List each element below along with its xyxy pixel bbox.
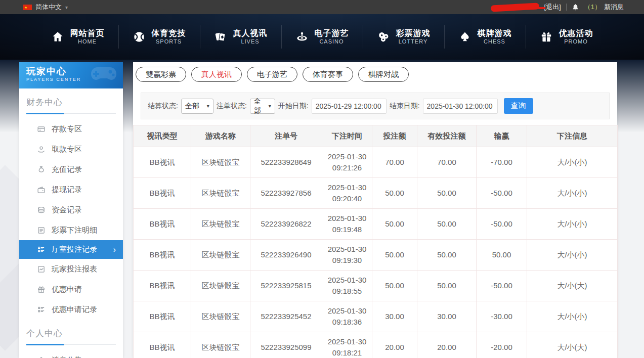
language-label: 简体中文: [35, 3, 62, 12]
nav-item-lottery[interactable]: 彩票游戏LOTTERY: [363, 25, 445, 49]
category-tabs: 雙赢彩票 真人视讯 电子游艺 体育赛事 棋牌对战: [133, 62, 617, 82]
bet-records-table: 视讯类型 游戏名称 注单号 下注时间 投注额 有效投注额 输赢 下注信息 BB视…: [133, 125, 618, 358]
col-header-win-loss: 输赢: [477, 125, 527, 147]
coins-icon: [36, 205, 46, 214]
new-message-link[interactable]: 新消息: [604, 3, 624, 12]
chevron-right-icon: ›: [113, 246, 116, 254]
table-header-row: 视讯类型 游戏名称 注单号 下注时间 投注额 有效投注额 输赢 下注信息: [134, 125, 618, 147]
chevron-down-icon: ▾: [65, 5, 68, 10]
sidebar-item-withdraw[interactable]: 取款专区: [19, 139, 123, 159]
sidebar-item-recharge-record[interactable]: 充值记录: [19, 159, 123, 180]
nav-item-home[interactable]: 网站首页HOME: [37, 25, 119, 49]
sidebar-item-promo-apply-record[interactable]: 优惠申请记录: [19, 299, 123, 320]
gift-small-icon: [36, 285, 46, 294]
personal-menu: 消息公告: [19, 350, 123, 358]
table-cell: 区块链骰宝: [191, 271, 250, 301]
start-date-input[interactable]: [312, 99, 387, 114]
tab-board-games[interactable]: 棋牌对战: [358, 67, 409, 82]
nav-label-zh: 网站首页: [70, 28, 105, 38]
table-cell: 大/小(小): [527, 209, 618, 240]
home-icon: [51, 30, 64, 43]
table-cell: 2025-01-30 09:18:55: [322, 271, 372, 301]
wallet-icon: [36, 185, 46, 194]
bell-icon[interactable]: [572, 4, 579, 11]
table-cell: 2025-01-30 09:21:26: [322, 147, 372, 178]
sidebar-item-promo-apply[interactable]: 优惠申请: [19, 279, 123, 299]
lottery-balls-icon: [377, 30, 390, 43]
table-cell: 大/小(小): [527, 301, 618, 332]
deposit-card-icon: [36, 124, 46, 133]
table-cell: 522233925452: [250, 301, 322, 332]
nav-label-zh: 优惠活动: [559, 28, 593, 38]
nav-label-en: PROMO: [564, 38, 588, 46]
nav-item-promo[interactable]: 优惠活动PROMO: [526, 25, 607, 49]
table-cell: 30.00: [372, 301, 417, 332]
table-cell: 50.00: [372, 178, 417, 209]
settle-status-select[interactable]: 全部 ▾: [181, 99, 213, 114]
tab-sports-events[interactable]: 体育赛事: [303, 67, 353, 82]
nav-item-sports[interactable]: 体育竞技SPORTS: [119, 25, 200, 49]
table-row: BB视讯区块链骰宝5222339258152025-01-30 09:18:55…: [134, 271, 618, 301]
language-selector[interactable]: ★ 简体中文 ▾: [23, 3, 68, 12]
chevron-down-icon: ▾: [207, 103, 209, 109]
nav-label-zh: 真人视讯: [233, 28, 268, 38]
table-cell: 50.00: [372, 271, 417, 301]
table-cell: 大/小(小): [527, 178, 618, 209]
sidebar-item-label: 充值记录: [52, 165, 82, 174]
tab-lottery-win[interactable]: 雙赢彩票: [136, 67, 186, 82]
table-cell: BB视讯: [134, 301, 191, 332]
sidebar-item-funds-record[interactable]: 资金记录: [19, 200, 123, 220]
section-divider: [26, 344, 116, 345]
table-cell: 522233926822: [250, 209, 322, 240]
col-header-game-name: 游戏名称: [191, 125, 250, 147]
withdraw-hand-icon: [36, 145, 46, 154]
tab-live-video[interactable]: 真人视讯: [191, 67, 242, 82]
spade-icon: [458, 30, 471, 43]
table-cell: 70.00: [372, 147, 417, 178]
nav-item-lives[interactable]: 真人视讯LIVES: [200, 25, 282, 49]
message-count-badge[interactable]: （1）: [584, 3, 601, 12]
gamepad-icon: [89, 64, 119, 86]
sidebar-item-hall-bet-record[interactable]: 厅室投注记录 ›: [19, 240, 123, 259]
sports-ball-icon: [133, 30, 146, 43]
sidebar-item-player-bet-report[interactable]: 玩家投注报表: [19, 259, 123, 279]
table-cell: 2025-01-30 09:18:36: [322, 301, 372, 332]
sidebar-item-message-notice[interactable]: 消息公告: [19, 350, 123, 358]
end-date-input[interactable]: [423, 99, 498, 114]
table-cell: BB视讯: [134, 332, 191, 358]
settle-status-value: 全部: [185, 102, 199, 111]
tab-electronic-games[interactable]: 电子游艺: [247, 67, 297, 82]
sidebar-item-withdrawal-record[interactable]: 提现记录: [19, 180, 123, 200]
table-cell: 50.00: [372, 209, 417, 240]
table-cell: 50.00: [417, 271, 477, 301]
nav-item-chess[interactable]: 棋牌游戏CHESS: [445, 25, 526, 49]
table-cell: 50.00: [372, 240, 417, 271]
redacted-username: [490, 3, 539, 12]
table-cell: BB视讯: [134, 178, 191, 209]
table-cell: 50.00: [477, 240, 527, 271]
main-navbar: 网站首页HOME 体育竞技SPORTS 真人视讯LIVES 电子游艺CASINO…: [0, 14, 644, 60]
nav-label-en: LOTTERY: [399, 38, 428, 46]
finance-menu: 存款专区 取款专区 充值记录 提现记录 资金记录 彩票下注明细: [19, 119, 123, 320]
nav-item-casino[interactable]: 电子游艺CASINO: [282, 25, 363, 49]
sidebar-item-deposit[interactable]: 存款专区: [19, 119, 123, 139]
table-cell: BB视讯: [134, 240, 191, 271]
order-status-select[interactable]: 全部 ▾: [250, 99, 275, 114]
sidebar-item-label: 优惠申请记录: [52, 305, 97, 315]
section-label: 财务中心: [26, 97, 116, 108]
list-boxes-icon: [36, 305, 46, 314]
col-header-bet-number: 注单号: [250, 125, 322, 147]
nav-label-zh: 电子游艺: [315, 28, 349, 38]
sidebar-item-label: 厅室投注记录: [52, 245, 97, 254]
players-center-page: ★ 简体中文 ▾ [退出] （1） 新消息 网站首页HOME 体育竞技: [0, 0, 644, 358]
sidebar-item-label: 提现记录: [52, 185, 82, 195]
logout-link[interactable]: [退出]: [544, 3, 561, 12]
table-cell: 区块链骰宝: [191, 332, 250, 358]
search-button[interactable]: 查询: [504, 98, 533, 114]
table-cell: 522233925815: [250, 271, 322, 301]
sidebar-item-lottery-bet-detail[interactable]: 彩票下注明细: [19, 220, 123, 240]
table-row: BB视讯区块链骰宝5222339278562025-01-30 09:20:40…: [134, 178, 618, 209]
table-cell: 2025-01-30 09:20:40: [322, 178, 372, 209]
table-cell: 50.00: [417, 178, 477, 209]
nav-label-en: CHESS: [484, 38, 505, 46]
